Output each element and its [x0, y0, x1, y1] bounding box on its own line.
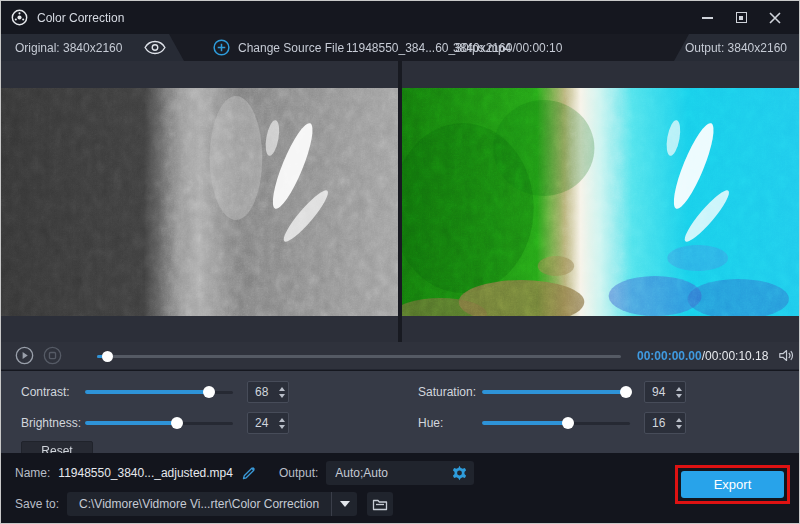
brightness-label: Brightness:: [21, 416, 85, 430]
contrast-row: Contrast: 68: [21, 381, 382, 403]
source-file-info: 3840x2160/00:00:10: [453, 34, 562, 61]
saturation-row: Saturation: 94: [418, 381, 779, 403]
save-to-path: C:\Vidmore\Vidmore Vi...rter\Color Corre…: [67, 492, 331, 516]
change-source-file-button[interactable]: Change Source File: [213, 34, 344, 61]
saturation-slider[interactable]: [482, 385, 630, 399]
hue-spin-arrows[interactable]: [672, 413, 685, 433]
hue-slider-handle[interactable]: [562, 417, 574, 429]
save-to-label: Save to:: [15, 497, 59, 511]
export-button[interactable]: Export: [681, 471, 784, 498]
spin-up-icon[interactable]: [279, 387, 285, 391]
original-tab: Original: 3840x2160: [1, 34, 184, 61]
total-time: 00:00:10.18: [705, 349, 768, 363]
saturation-slider-handle[interactable]: [620, 386, 632, 398]
source-bar: Original: 3840x2160 Change Source File 1…: [1, 34, 799, 61]
time-display: 00:00:00.00/00:00:10.18: [637, 349, 768, 363]
hue-row: Hue: 16: [418, 412, 779, 434]
save-to-field[interactable]: C:\Vidmore\Vidmore Vi...rter\Color Corre…: [67, 492, 357, 516]
save-to-row: Save to: C:\Vidmore\Vidmore Vi...rter\Co…: [15, 492, 785, 516]
contrast-spinbox[interactable]: 68: [247, 381, 289, 403]
app-icon: [11, 9, 28, 26]
spin-down-icon[interactable]: [676, 394, 682, 398]
original-video-preview: [1, 61, 398, 342]
contrast-slider-handle[interactable]: [203, 386, 215, 398]
spin-down-icon[interactable]: [676, 425, 682, 429]
adjusted-video-frame: [402, 88, 799, 316]
browse-folder-button[interactable]: [367, 492, 393, 516]
contrast-label: Contrast:: [21, 385, 85, 399]
brightness-slider-handle[interactable]: [171, 417, 183, 429]
spin-up-icon[interactable]: [676, 387, 682, 391]
output-tab: Output: 3840x2160: [674, 34, 799, 61]
save-to-dropdown-button[interactable]: [331, 492, 357, 516]
name-label: Name:: [15, 466, 50, 480]
volume-icon[interactable]: [778, 348, 796, 363]
play-button[interactable]: [15, 346, 34, 365]
brightness-row: Brightness: 24: [21, 412, 382, 434]
playback-bar: 00:00:00.00/00:00:10.18: [1, 342, 799, 370]
preview-area: [1, 61, 799, 342]
hue-spinbox[interactable]: 16: [644, 412, 686, 434]
saturation-spinbox[interactable]: 94: [644, 381, 686, 403]
contrast-slider[interactable]: [85, 385, 233, 399]
spin-up-icon[interactable]: [676, 418, 682, 422]
current-time: 00:00:00.00: [637, 349, 702, 363]
add-plus-icon: [213, 39, 230, 56]
change-source-file-label: Change Source File: [238, 41, 344, 55]
maximize-icon: [736, 12, 747, 23]
brightness-spinbox[interactable]: 24: [247, 412, 289, 434]
seek-handle[interactable]: [102, 351, 113, 362]
export-highlight-annotation: Export: [675, 465, 790, 504]
output-settings-gear-icon[interactable]: [451, 465, 468, 482]
minimize-icon: [702, 17, 713, 19]
output-panel: Name: 11948550_3840..._adjusted.mp4 Outp…: [1, 453, 799, 524]
chevron-down-icon: [340, 501, 350, 507]
color-correction-window: Color Correction Original: 3840x2160: [0, 0, 800, 524]
name-row: Name: 11948550_3840..._adjusted.mp4 Outp…: [15, 461, 785, 485]
close-button[interactable]: [765, 8, 785, 28]
brightness-spin-arrows[interactable]: [275, 413, 288, 433]
adjustments-panel: Contrast: 68 Saturation: 94: [1, 371, 799, 453]
window-title: Color Correction: [37, 11, 124, 25]
output-resolution-label: Output: 3840x2160: [685, 41, 787, 55]
brightness-slider[interactable]: [85, 416, 233, 430]
stop-button[interactable]: [43, 346, 62, 365]
hue-slider[interactable]: [482, 416, 630, 430]
spin-down-icon[interactable]: [279, 394, 285, 398]
adjusted-video-preview: [402, 61, 799, 342]
preview-original-eye-icon[interactable]: [144, 40, 166, 55]
folder-icon: [372, 498, 388, 511]
seek-slider[interactable]: [97, 349, 621, 363]
rename-pencil-icon[interactable]: [241, 465, 257, 481]
original-resolution-label: Original: 3840x2160: [15, 41, 122, 55]
contrast-spin-arrows[interactable]: [275, 382, 288, 402]
title-bar: Color Correction: [1, 1, 799, 34]
output-format-field[interactable]: Auto;Auto: [326, 461, 474, 485]
saturation-spin-arrows[interactable]: [672, 382, 685, 402]
output-format-label: Output:: [279, 466, 318, 480]
original-video-frame: [1, 88, 398, 316]
close-icon: [769, 12, 781, 24]
minimize-button[interactable]: [697, 8, 717, 28]
saturation-label: Saturation:: [418, 385, 482, 399]
spin-down-icon[interactable]: [279, 425, 285, 429]
spin-up-icon[interactable]: [279, 418, 285, 422]
output-file-name: 11948550_3840..._adjusted.mp4: [58, 466, 233, 480]
maximize-button[interactable]: [731, 8, 751, 28]
hue-label: Hue:: [418, 416, 482, 430]
